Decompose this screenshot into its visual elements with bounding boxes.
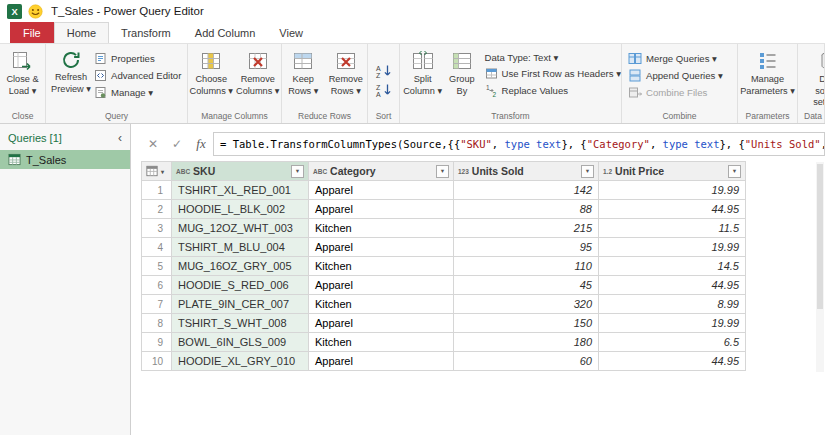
cell-sku[interactable]: TSHIRT_XL_RED_001	[172, 181, 309, 200]
tab-home[interactable]: Home	[54, 22, 109, 43]
cell-category[interactable]: Kitchen	[309, 219, 454, 238]
cell-category[interactable]: Apparel	[309, 314, 454, 333]
scrollbar-thumb[interactable]	[817, 164, 823, 309]
ribbon: Close & Load ▾ Close Refresh Preview ▾ P…	[0, 44, 825, 124]
cell-units-sold[interactable]: 60	[454, 352, 599, 371]
remove-columns-button[interactable]: Remove Columns ▾	[235, 47, 282, 97]
keep-rows-button[interactable]: Keep Rows ▾	[282, 47, 325, 97]
cell-units-sold[interactable]: 142	[454, 181, 599, 200]
formula-input[interactable]: = Table.TransformColumnTypes(Source,{{"S…	[213, 132, 825, 156]
ribbon-group-combine: Merge Queries ▾ Append Queries ▾ Combine…	[622, 44, 738, 123]
cell-sku[interactable]: BOWL_6IN_GLS_009	[172, 333, 309, 352]
cell-sku[interactable]: TSHIRT_S_WHT_008	[172, 314, 309, 333]
formula-cancel-button[interactable]: ✕	[141, 137, 165, 151]
cell-units-sold[interactable]: 180	[454, 333, 599, 352]
properties-button[interactable]: Properties	[94, 52, 181, 65]
tab-transform[interactable]: Transform	[109, 22, 183, 43]
cell-unit-price[interactable]: 11.5	[599, 219, 746, 238]
formula-token-string: "Category"	[587, 138, 650, 150]
cell-unit-price[interactable]: 44.95	[599, 352, 746, 371]
vertical-scrollbar[interactable]	[816, 162, 824, 372]
cell-sku[interactable]: TSHIRT_M_BLU_004	[172, 238, 309, 257]
column-header-sku[interactable]: ABCSKU▼	[172, 162, 309, 181]
sort-descending-button[interactable]: ZA	[375, 83, 393, 97]
cell-category[interactable]: Apparel	[309, 200, 454, 219]
table-corner-menu[interactable]: ▾	[142, 162, 172, 181]
svg-text:X: X	[11, 7, 18, 17]
cell-sku[interactable]: HOODIE_L_BLK_002	[172, 200, 309, 219]
filter-button[interactable]: ▼	[728, 165, 741, 178]
filter-button[interactable]: ▼	[436, 165, 449, 178]
manage-button[interactable]: Manage ▾	[94, 86, 181, 99]
row-number[interactable]: 1	[142, 181, 172, 200]
cell-sku[interactable]: HOODIE_XL_GRY_010	[172, 352, 309, 371]
row-number[interactable]: 2	[142, 200, 172, 219]
cell-unit-price[interactable]: 6.5	[599, 333, 746, 352]
query-item-t-sales[interactable]: T_Sales	[0, 150, 130, 169]
row-number[interactable]: 9	[142, 333, 172, 352]
row-number[interactable]: 7	[142, 295, 172, 314]
close-and-load-button[interactable]: Close & Load ▾	[6, 47, 38, 97]
append-queries-button[interactable]: Append Queries ▾	[628, 69, 723, 82]
cell-category[interactable]: Apparel	[309, 238, 454, 257]
cell-units-sold[interactable]: 215	[454, 219, 599, 238]
cell-category[interactable]: Apparel	[309, 181, 454, 200]
row-number[interactable]: 6	[142, 276, 172, 295]
cell-unit-price[interactable]: 19.99	[599, 238, 746, 257]
data-type-button[interactable]: Data Type: Text ▾	[485, 52, 621, 63]
cell-category[interactable]: Apparel	[309, 276, 454, 295]
fx-button[interactable]: fx	[189, 136, 213, 152]
merge-queries-button[interactable]: Merge Queries ▾	[628, 52, 723, 65]
filter-button[interactable]: ▼	[581, 165, 594, 178]
cell-unit-price[interactable]: 44.95	[599, 200, 746, 219]
cell-category[interactable]: Apparel	[309, 352, 454, 371]
cell-sku[interactable]: MUG_16OZ_GRY_005	[172, 257, 309, 276]
cell-sku[interactable]: HOODIE_S_RED_006	[172, 276, 309, 295]
remove-rows-button[interactable]: Remove Rows ▾	[325, 47, 368, 97]
cell-sku[interactable]: PLATE_9IN_CER_007	[172, 295, 309, 314]
replace-values-button[interactable]: 12 Replace Values	[485, 84, 621, 97]
use-first-row-as-headers-button[interactable]: Use First Row as Headers ▾	[485, 67, 621, 80]
tab-view[interactable]: View	[267, 22, 315, 43]
choose-columns-button[interactable]: Choose Columns ▾	[188, 47, 235, 97]
cell-unit-price[interactable]: 19.99	[599, 314, 746, 333]
filter-button[interactable]: ▼	[291, 165, 304, 178]
row-number[interactable]: 3	[142, 219, 172, 238]
cell-category[interactable]: Kitchen	[309, 333, 454, 352]
column-header-unit-price[interactable]: 1.2Unit Price▼	[599, 162, 746, 181]
merge-queries-icon	[628, 52, 642, 65]
cell-units-sold[interactable]: 45	[454, 276, 599, 295]
refresh-preview-button[interactable]: Refresh Preview ▾	[48, 47, 94, 95]
cell-units-sold[interactable]: 88	[454, 200, 599, 219]
tab-add-column[interactable]: Add Column	[183, 22, 268, 43]
cell-unit-price[interactable]: 14.5	[599, 257, 746, 276]
row-number[interactable]: 4	[142, 238, 172, 257]
row-number[interactable]: 8	[142, 314, 172, 333]
cell-category[interactable]: Kitchen	[309, 257, 454, 276]
advanced-editor-button[interactable]: Advanced Editor	[94, 69, 181, 82]
close-and-load-label: Close & Load ▾	[6, 74, 38, 97]
formula-commit-button[interactable]: ✓	[165, 137, 189, 151]
manage-parameters-button[interactable]: Manage Parameters ▾	[739, 47, 797, 97]
row-number[interactable]: 10	[142, 352, 172, 371]
cell-category[interactable]: Kitchen	[309, 295, 454, 314]
cell-sku[interactable]: MUG_12OZ_WHT_003	[172, 219, 309, 238]
data-source-settings-button[interactable]: Data source settings	[802, 47, 825, 109]
sort-ascending-button[interactable]: AZ	[375, 64, 393, 78]
cell-units-sold[interactable]: 150	[454, 314, 599, 333]
group-by-button[interactable]: Group By	[443, 47, 480, 97]
formula-token-plain: }, {	[561, 138, 586, 150]
smiley-feedback-icon[interactable]	[28, 4, 43, 19]
column-header-category[interactable]: ABCCategory▼	[309, 162, 454, 181]
row-number[interactable]: 5	[142, 257, 172, 276]
cell-units-sold[interactable]: 110	[454, 257, 599, 276]
cell-units-sold[interactable]: 95	[454, 238, 599, 257]
cell-units-sold[interactable]: 320	[454, 295, 599, 314]
collapse-pane-button[interactable]: ‹	[118, 133, 122, 143]
cell-unit-price[interactable]: 44.95	[599, 276, 746, 295]
split-column-button[interactable]: Split Column ▾	[402, 47, 443, 97]
column-header-units-sold[interactable]: 123Units Sold▼	[454, 162, 599, 181]
cell-unit-price[interactable]: 8.99	[599, 295, 746, 314]
cell-unit-price[interactable]: 19.99	[599, 181, 746, 200]
tab-file[interactable]: File	[10, 22, 54, 43]
